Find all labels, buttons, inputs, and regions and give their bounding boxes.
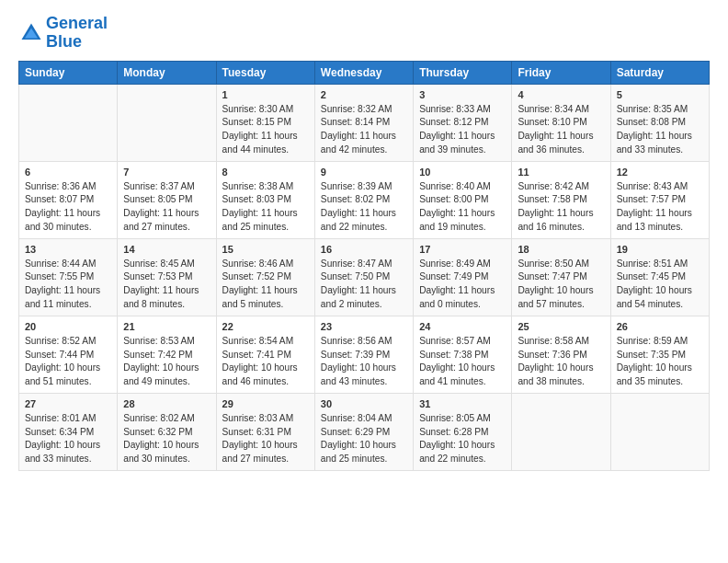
calendar-cell: 6Sunrise: 8:36 AM Sunset: 8:07 PM Daylig…: [19, 161, 118, 238]
calendar-row-2: 13Sunrise: 8:44 AM Sunset: 7:55 PM Dayli…: [19, 238, 710, 316]
day-number: 16: [321, 243, 407, 258]
calendar-cell: 16Sunrise: 8:47 AM Sunset: 7:50 PM Dayli…: [314, 238, 413, 316]
day-number: 9: [321, 166, 407, 180]
cell-content: Sunrise: 8:04 AM Sunset: 6:29 PM Dayligh…: [321, 412, 407, 466]
calendar-cell: [610, 393, 709, 470]
calendar-cell: 5Sunrise: 8:35 AM Sunset: 8:08 PM Daylig…: [610, 84, 709, 161]
calendar-cell: 15Sunrise: 8:46 AM Sunset: 7:52 PM Dayli…: [216, 238, 314, 316]
cell-content: Sunrise: 8:47 AM Sunset: 7:50 PM Dayligh…: [321, 258, 407, 312]
cell-content: Sunrise: 8:01 AM Sunset: 6:34 PM Dayligh…: [25, 412, 111, 466]
calendar-body: 1Sunrise: 8:30 AM Sunset: 8:15 PM Daylig…: [19, 84, 710, 470]
calendar-cell: 29Sunrise: 8:03 AM Sunset: 6:31 PM Dayli…: [216, 393, 314, 470]
calendar-cell: 24Sunrise: 8:57 AM Sunset: 7:38 PM Dayli…: [414, 316, 512, 393]
calendar-table: SundayMondayTuesdayWednesdayThursdayFrid…: [18, 61, 710, 471]
cell-content: Sunrise: 8:51 AM Sunset: 7:45 PM Dayligh…: [617, 258, 703, 312]
calendar-cell: 23Sunrise: 8:56 AM Sunset: 7:39 PM Dayli…: [314, 316, 413, 393]
calendar-cell: 30Sunrise: 8:04 AM Sunset: 6:29 PM Dayli…: [314, 393, 413, 470]
cell-content: Sunrise: 8:33 AM Sunset: 8:12 PM Dayligh…: [419, 103, 506, 157]
cell-content: Sunrise: 8:46 AM Sunset: 7:52 PM Dayligh…: [222, 258, 309, 312]
weekday-header-sunday: Sunday: [19, 61, 118, 84]
calendar-cell: 25Sunrise: 8:58 AM Sunset: 7:36 PM Dayli…: [512, 316, 610, 393]
calendar-cell: 1Sunrise: 8:30 AM Sunset: 8:15 PM Daylig…: [216, 84, 314, 161]
calendar-cell: 14Sunrise: 8:45 AM Sunset: 7:53 PM Dayli…: [118, 238, 216, 316]
cell-content: Sunrise: 8:03 AM Sunset: 6:31 PM Dayligh…: [222, 412, 309, 466]
day-number: 3: [419, 88, 506, 103]
calendar-row-4: 27Sunrise: 8:01 AM Sunset: 6:34 PM Dayli…: [19, 393, 710, 470]
day-number: 12: [617, 166, 703, 180]
logo-text: General Blue: [46, 15, 108, 52]
calendar-cell: 4Sunrise: 8:34 AM Sunset: 8:10 PM Daylig…: [512, 84, 610, 161]
day-number: 30: [321, 397, 407, 412]
cell-content: Sunrise: 8:05 AM Sunset: 6:28 PM Dayligh…: [419, 412, 506, 466]
calendar-cell: 12Sunrise: 8:43 AM Sunset: 7:57 PM Dayli…: [610, 161, 709, 238]
cell-content: Sunrise: 8:58 AM Sunset: 7:36 PM Dayligh…: [518, 335, 604, 389]
day-number: 4: [518, 88, 604, 103]
cell-content: Sunrise: 8:50 AM Sunset: 7:47 PM Dayligh…: [518, 258, 604, 312]
cell-content: Sunrise: 8:35 AM Sunset: 8:08 PM Dayligh…: [617, 103, 703, 157]
calendar-cell: 11Sunrise: 8:42 AM Sunset: 7:58 PM Dayli…: [512, 161, 610, 238]
day-number: 21: [123, 320, 210, 335]
cell-content: Sunrise: 8:34 AM Sunset: 8:10 PM Dayligh…: [518, 103, 604, 157]
day-number: 23: [321, 320, 407, 335]
calendar-cell: 28Sunrise: 8:02 AM Sunset: 6:32 PM Dayli…: [118, 393, 216, 470]
calendar-cell: 17Sunrise: 8:49 AM Sunset: 7:49 PM Dayli…: [414, 238, 512, 316]
header: General Blue: [18, 15, 710, 52]
cell-content: Sunrise: 8:54 AM Sunset: 7:41 PM Dayligh…: [222, 335, 309, 389]
weekday-header-wednesday: Wednesday: [314, 61, 413, 84]
cell-content: Sunrise: 8:36 AM Sunset: 8:07 PM Dayligh…: [25, 180, 111, 235]
calendar-row-0: 1Sunrise: 8:30 AM Sunset: 8:15 PM Daylig…: [19, 84, 710, 161]
day-number: 26: [617, 320, 703, 335]
calendar-cell: 3Sunrise: 8:33 AM Sunset: 8:12 PM Daylig…: [414, 84, 512, 161]
calendar-cell: 21Sunrise: 8:53 AM Sunset: 7:42 PM Dayli…: [118, 316, 216, 393]
day-number: 22: [222, 320, 309, 335]
cell-content: Sunrise: 8:37 AM Sunset: 8:05 PM Dayligh…: [123, 180, 210, 235]
logo: General Blue: [18, 15, 108, 52]
calendar-header: SundayMondayTuesdayWednesdayThursdayFrid…: [19, 61, 710, 84]
calendar-cell: [512, 393, 610, 470]
calendar-cell: [118, 84, 216, 161]
calendar-cell: 27Sunrise: 8:01 AM Sunset: 6:34 PM Dayli…: [19, 393, 118, 470]
cell-content: Sunrise: 8:53 AM Sunset: 7:42 PM Dayligh…: [123, 335, 210, 389]
cell-content: Sunrise: 8:42 AM Sunset: 7:58 PM Dayligh…: [518, 180, 604, 235]
cell-content: Sunrise: 8:43 AM Sunset: 7:57 PM Dayligh…: [617, 180, 703, 235]
cell-content: Sunrise: 8:56 AM Sunset: 7:39 PM Dayligh…: [321, 335, 407, 389]
day-number: 27: [25, 397, 111, 412]
calendar-row-3: 20Sunrise: 8:52 AM Sunset: 7:44 PM Dayli…: [19, 316, 710, 393]
cell-content: Sunrise: 8:44 AM Sunset: 7:55 PM Dayligh…: [25, 258, 111, 312]
calendar-cell: 20Sunrise: 8:52 AM Sunset: 7:44 PM Dayli…: [19, 316, 118, 393]
cell-content: Sunrise: 8:30 AM Sunset: 8:15 PM Dayligh…: [222, 103, 309, 157]
calendar-row-1: 6Sunrise: 8:36 AM Sunset: 8:07 PM Daylig…: [19, 161, 710, 238]
cell-content: Sunrise: 8:52 AM Sunset: 7:44 PM Dayligh…: [25, 335, 111, 389]
cell-content: Sunrise: 8:02 AM Sunset: 6:32 PM Dayligh…: [123, 412, 210, 466]
weekday-header-thursday: Thursday: [414, 61, 512, 84]
day-number: 17: [419, 243, 506, 258]
day-number: 28: [123, 397, 210, 412]
day-number: 14: [123, 243, 210, 258]
day-number: 10: [419, 166, 506, 180]
weekday-header-saturday: Saturday: [610, 61, 709, 84]
weekday-header-tuesday: Tuesday: [216, 61, 314, 84]
cell-content: Sunrise: 8:40 AM Sunset: 8:00 PM Dayligh…: [419, 180, 506, 235]
calendar-cell: 8Sunrise: 8:38 AM Sunset: 8:03 PM Daylig…: [216, 161, 314, 238]
day-number: 31: [419, 397, 506, 412]
cell-content: Sunrise: 8:57 AM Sunset: 7:38 PM Dayligh…: [419, 335, 506, 389]
day-number: 20: [25, 320, 111, 335]
day-number: 24: [419, 320, 506, 335]
cell-content: Sunrise: 8:59 AM Sunset: 7:35 PM Dayligh…: [617, 335, 703, 389]
calendar-cell: 18Sunrise: 8:50 AM Sunset: 7:47 PM Dayli…: [512, 238, 610, 316]
day-number: 11: [518, 166, 604, 180]
cell-content: Sunrise: 8:45 AM Sunset: 7:53 PM Dayligh…: [123, 258, 210, 312]
day-number: 6: [25, 166, 111, 180]
day-number: 8: [222, 166, 309, 180]
calendar-cell: 10Sunrise: 8:40 AM Sunset: 8:00 PM Dayli…: [414, 161, 512, 238]
calendar-cell: 19Sunrise: 8:51 AM Sunset: 7:45 PM Dayli…: [610, 238, 709, 316]
logo-icon: [18, 20, 44, 46]
day-number: 5: [617, 88, 703, 103]
calendar-cell: 13Sunrise: 8:44 AM Sunset: 7:55 PM Dayli…: [19, 238, 118, 316]
day-number: 2: [321, 88, 407, 103]
day-number: 15: [222, 243, 309, 258]
calendar-cell: 9Sunrise: 8:39 AM Sunset: 8:02 PM Daylig…: [314, 161, 413, 238]
day-number: 25: [518, 320, 604, 335]
day-number: 7: [123, 166, 210, 180]
day-number: 19: [617, 243, 703, 258]
